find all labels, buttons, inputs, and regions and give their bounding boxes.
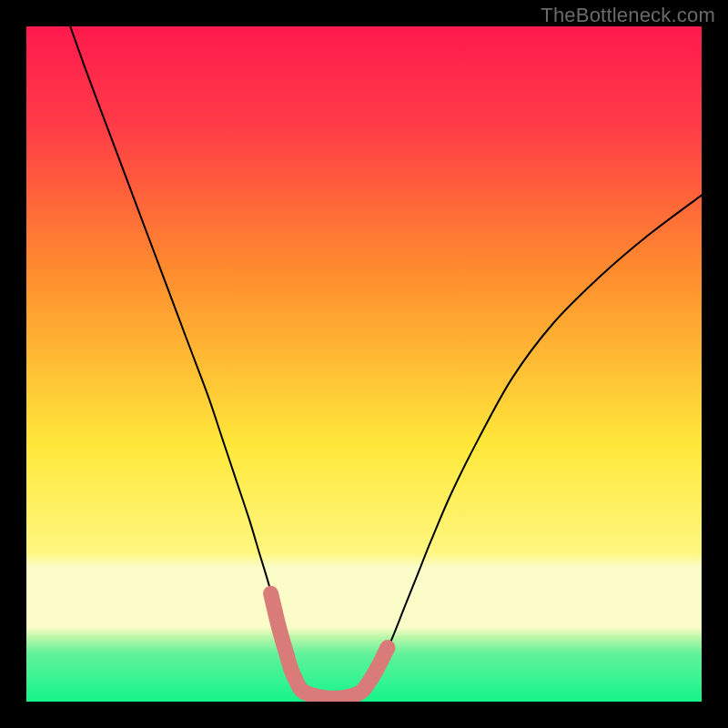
plot-area: [26, 26, 702, 702]
watermark-text: TheBottleneck.com: [541, 4, 715, 27]
chart-svg: [26, 26, 702, 702]
chart-background: [26, 26, 702, 702]
chart-frame: TheBottleneck.com: [0, 0, 728, 728]
